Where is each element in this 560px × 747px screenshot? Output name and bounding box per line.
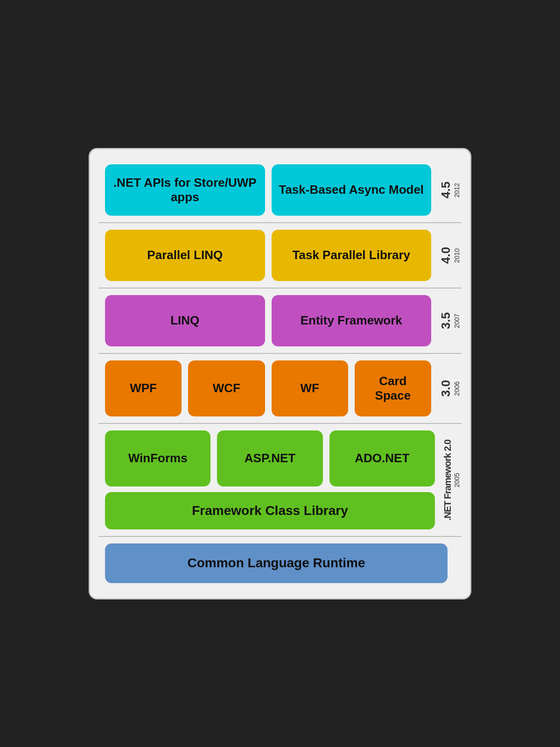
row-content-40: Parallel LINQ Task Parallel Library [98, 223, 438, 288]
version-label-clr [454, 537, 462, 590]
section-45: .NET APIs for Store/UWP apps Task-Based … [98, 158, 438, 222]
row-content-net20: WinForms ASP.NET ADO.NET Framework Class… [98, 424, 441, 536]
row-35: LINQ Entity Framework 3.5 2007 [98, 289, 462, 353]
ver-year-40: 2010 [453, 248, 461, 262]
tile-task-parallel: Task Parallel Library [272, 230, 432, 281]
row-content-30: WPF WCF WF Card Space [98, 354, 438, 423]
row-content-45: .NET APIs for Store/UWP apps Task-Based … [98, 158, 438, 222]
tile-wcf: WCF [188, 360, 265, 416]
tile-parallel-linq: Parallel LINQ [105, 230, 265, 281]
tile-cardspace: Card Space [355, 360, 431, 416]
tile-fcl: Framework Class Library [105, 492, 435, 529]
net20-top-row: WinForms ASP.NET ADO.NET [105, 430, 435, 486]
row-30: WPF WCF WF Card Space 3.0 2006 [98, 354, 462, 423]
tile-wpf: WPF [105, 360, 182, 416]
tile-task-based: Task-Based Async Model [272, 164, 432, 216]
tile-clr: Common Language Runtime [105, 543, 448, 583]
ver-year-net20: 2005 [453, 472, 461, 487]
tile-winforms: WinForms [105, 430, 210, 486]
section-clr: Common Language Runtime [98, 537, 454, 590]
diagram-container: .NET APIs for Store/UWP apps Task-Based … [89, 148, 471, 599]
tile-linq: LINQ [105, 295, 265, 346]
tile-aspnet: ASP.NET [217, 430, 322, 486]
ver-year-30: 2006 [453, 381, 461, 395]
ver-num-45: 4.5 [439, 181, 453, 198]
ver-year-35: 2007 [453, 313, 461, 328]
ver-year-45: 2012 [453, 183, 461, 197]
row-content-35: LINQ Entity Framework [98, 289, 438, 353]
version-label-35: 3.5 2007 [438, 289, 462, 353]
ver-label-net20: .NET Framework 2.0 [442, 439, 453, 520]
section-40: Parallel LINQ Task Parallel Library [98, 223, 438, 288]
row-40: Parallel LINQ Task Parallel Library 4.0 … [98, 223, 462, 288]
row-content-clr: Common Language Runtime [98, 537, 454, 590]
tile-entity-framework: Entity Framework [272, 295, 432, 346]
ver-num-40: 4.0 [439, 247, 453, 263]
version-label-net20: .NET Framework 2.0 2005 [441, 424, 462, 536]
section-30: WPF WCF WF Card Space [98, 354, 438, 423]
ver-num-35: 3.5 [439, 312, 453, 329]
version-label-30: 3.0 2006 [438, 354, 462, 423]
tile-wf: WF [272, 360, 348, 416]
row-clr: Common Language Runtime [98, 537, 462, 590]
tile-adonet: ADO.NET [329, 430, 435, 486]
ver-num-30: 3.0 [439, 380, 453, 396]
section-35: LINQ Entity Framework [98, 289, 438, 353]
row-45: .NET APIs for Store/UWP apps Task-Based … [98, 158, 462, 222]
section-net20: WinForms ASP.NET ADO.NET Framework Class… [98, 424, 441, 536]
version-label-45: 4.5 2012 [438, 158, 462, 222]
version-label-40: 4.0 2010 [438, 223, 462, 288]
row-net20: WinForms ASP.NET ADO.NET Framework Class… [98, 424, 462, 536]
tile-net-apis: .NET APIs for Store/UWP apps [105, 164, 265, 216]
